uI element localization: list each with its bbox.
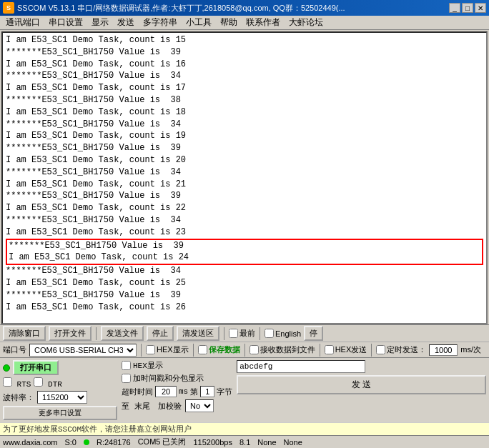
hex-display-label[interactable]: HEX显示 [146, 344, 189, 355]
right-panel: 发 送 [237, 360, 486, 394]
port-select[interactable]: COM6 USB-SERIAL CH340 [29, 344, 137, 357]
open-file-button[interactable]: 打开文件 [49, 326, 92, 341]
dtr-checkbox[interactable] [34, 377, 43, 387]
hex-display-ctrl-text: HEX显示 [133, 360, 163, 371]
send-file-button[interactable]: 发送文件 [101, 326, 144, 341]
control-area: 打开串口 RTS DTR 波特率： 115200 更多串口设置 [0, 357, 489, 422]
promo-bar: 为了更好地发展SSCOM软件，请您注册嘉立创网站用户 [0, 422, 489, 435]
title-bar: S SSCOM V5.13.1 串口/网络数据调试器,作者:大虾丁丁,26180… [0, 0, 489, 16]
receive-file-label[interactable]: 接收数据到文件 [250, 344, 315, 355]
baud-row: 波特率： 115200 [3, 391, 117, 404]
timed-send-unit: ms/次 [460, 344, 481, 355]
menu-serial-settings[interactable]: 串口设置 [44, 16, 87, 29]
log-line: I am E53_SC1 Demo Task, count is 22 [6, 202, 483, 214]
rts-checkbox[interactable] [3, 377, 12, 387]
app-icon: S [3, 2, 14, 14]
log-line: *******E53_SC1_BH1750 Value is 34 [6, 265, 483, 277]
middle-panel: HEX显示 加时间戳和分包显示 超时时间 ms 第 字节 至 末尾 加校验 No… [122, 360, 232, 412]
add-time-label[interactable]: 加时间戳和分包显示 [122, 373, 232, 384]
menu-communications[interactable]: 通讯端口 [1, 16, 44, 29]
highlight-line-2: I am E53_SC1 Demo Task, count is 24 [9, 252, 480, 264]
log-lines-before: I am E53_SC1 Demo Task, count is 15*****… [6, 34, 483, 239]
status-dot [84, 439, 89, 445]
separator-2 [224, 327, 224, 340]
add-time-text: 加时间戳和分包显示 [133, 373, 204, 384]
clear-window-button[interactable]: 清除窗口 [3, 326, 46, 341]
separator-1 [96, 327, 97, 340]
port-open-row: 打开串口 [3, 360, 117, 375]
separator-3 [260, 327, 260, 340]
page-unit: 字节 [217, 387, 232, 397]
main-content: I am E53_SC1 Demo Task, count is 15*****… [0, 30, 489, 448]
hex-display-checkbox[interactable] [146, 345, 155, 354]
log-line: I am E53_SC1 Demo Task, count is 15 [6, 34, 483, 46]
highlight-line-1: *******E53_SC1_BH1750 Value is 39 [9, 240, 480, 252]
timeout-input[interactable] [155, 386, 177, 397]
page-label: 第 [190, 387, 198, 397]
maximize-button[interactable]: □ [462, 3, 473, 13]
hex-display-ctrl-checkbox[interactable] [122, 361, 131, 370]
log-line: *******E53_SC1_BH1750 Value is 34 [6, 214, 483, 227]
timed-send-input[interactable] [429, 344, 458, 356]
dtr-label[interactable]: DTR [34, 377, 61, 389]
close-button[interactable]: ✕ [475, 3, 486, 13]
clear-send-button[interactable]: 清发送区 [177, 326, 219, 341]
send-text-input[interactable] [237, 360, 365, 373]
hex-send-checkbox[interactable] [325, 345, 334, 354]
add-time-checkbox[interactable] [122, 374, 131, 383]
timed-send-text: 定时发送： [387, 344, 426, 355]
open-port-button[interactable]: 打开串口 [13, 360, 59, 375]
english-checkbox[interactable] [265, 329, 274, 338]
send-button[interactable]: 发 送 [237, 375, 486, 394]
english-checkbox-text: English [275, 329, 301, 338]
menu-contact[interactable]: 联系作者 [242, 16, 285, 29]
hex-send-label[interactable]: HEX发送 [325, 344, 367, 355]
last-checkbox-label[interactable]: 最前 [229, 328, 255, 339]
log-line: I am E53_SC1 Demo Task, count is 26 [6, 302, 483, 314]
log-line: I am E53_SC1 Demo Task, count is 17 [6, 82, 483, 94]
page-input[interactable] [200, 386, 214, 397]
log-line: *******E53_SC1_BH1750 Value is 39 [6, 142, 483, 154]
last-checkbox[interactable] [229, 329, 238, 338]
log-line: *******E53_SC1_BH1750 Value is 34 [6, 166, 483, 179]
hex-display-text: HEX显示 [157, 344, 189, 355]
timeout-label: 超时时间 [122, 387, 153, 397]
port-row: 端口号 COM6 USB-SERIAL CH340 HEX显示 保存数据 接收数… [0, 342, 489, 357]
menu-tools[interactable]: 小工具 [182, 16, 216, 29]
menu-multistring[interactable]: 多字符串 [139, 16, 182, 29]
hex-display-ctrl-label[interactable]: HEX显示 [122, 360, 232, 371]
checksum-select[interactable]: None [185, 399, 214, 412]
bottom-toolbar: 清除窗口 打开文件 发送文件 停止 清发送区 最前 English 停 [0, 324, 489, 342]
end-label: 末尾 [134, 401, 150, 412]
timed-send-checkbox[interactable] [376, 345, 385, 354]
rts-dtr-row: RTS DTR [3, 377, 117, 389]
log-line: *******E53_SC1_BH1750 Value is 34 [6, 70, 483, 82]
receive-file-text: 接收数据到文件 [260, 344, 315, 355]
stop-button[interactable]: 停止 [147, 326, 174, 341]
pause-button[interactable]: 停 [304, 326, 323, 341]
minimize-button[interactable]: _ [449, 3, 460, 13]
log-line: *******E53_SC1_BH1750 Value is 39 [6, 289, 483, 302]
receive-file-checkbox[interactable] [250, 345, 259, 354]
more-settings-button[interactable]: 更多串口设置 [3, 406, 117, 420]
save-data-checkbox[interactable] [198, 345, 207, 354]
menu-help[interactable]: 帮助 [216, 16, 242, 29]
english-checkbox-label[interactable]: English [265, 329, 301, 338]
hex-send-text: HEX发送 [335, 344, 367, 355]
separator-port-1 [141, 344, 142, 357]
baud-select[interactable]: 115200 [37, 391, 87, 404]
separator-port-4 [320, 344, 320, 357]
menu-send[interactable]: 发送 [113, 16, 139, 29]
log-area[interactable]: I am E53_SC1 Demo Task, count is 15*****… [1, 31, 488, 324]
log-line: I am E53_SC1 Demo Task, count is 19 [6, 130, 483, 142]
save-data-label[interactable]: 保存数据 [198, 344, 240, 355]
menu-forum[interactable]: 大虾论坛 [285, 16, 327, 29]
menu-display[interactable]: 显示 [87, 16, 113, 29]
none-label2: None [284, 438, 302, 447]
log-line: I am E53_SC1 Demo Task, count is 25 [6, 277, 483, 289]
s0-label: S:0 [64, 438, 76, 447]
timed-send-label[interactable]: 定时发送： [376, 344, 426, 355]
none-label: None [257, 438, 276, 447]
website-label: www.daxia.com [3, 438, 57, 447]
rts-label[interactable]: RTS [3, 377, 31, 389]
